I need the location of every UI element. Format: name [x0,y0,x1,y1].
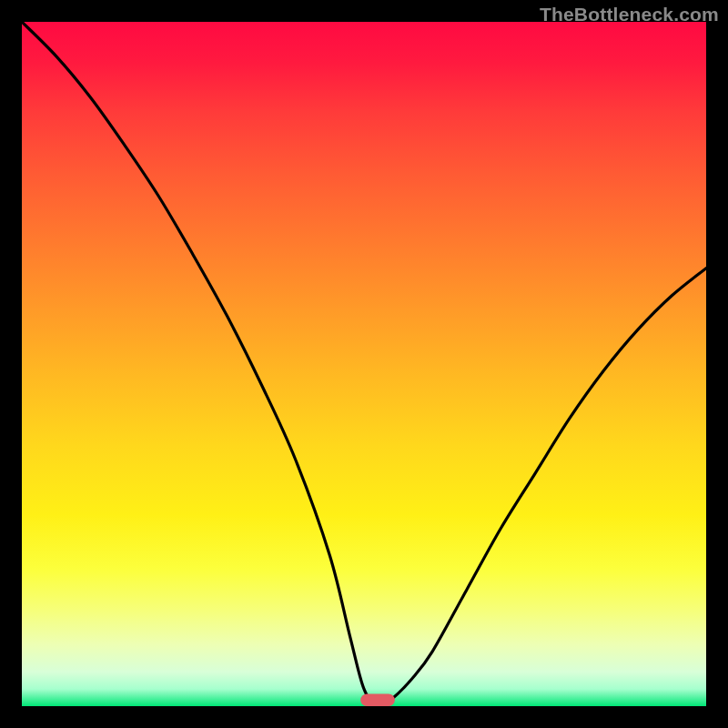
plot-area [22,22,706,706]
optimum-marker [360,693,395,706]
watermark-text: TheBottleneck.com [540,4,719,25]
chart-frame: TheBottleneck.com [0,0,728,728]
bottleneck-curve [22,22,706,706]
curve-layer [22,22,706,706]
